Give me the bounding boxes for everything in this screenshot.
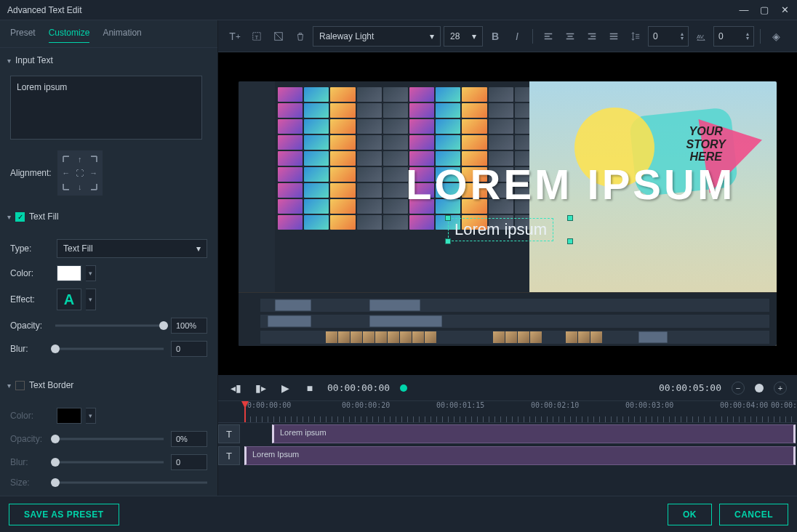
- tab-preset[interactable]: Preset: [10, 28, 36, 43]
- tab-animation[interactable]: Animation: [103, 28, 141, 43]
- section-text-border-label: Text Border: [29, 380, 73, 390]
- selection-handle[interactable]: [567, 238, 573, 244]
- next-frame-button[interactable]: ▮▸: [253, 381, 268, 395]
- window-title: Advanced Text Edit: [7, 5, 739, 15]
- ruler-tick: 00:00:04: [771, 401, 797, 409]
- timeline-track-1: T Lorem ipsum: [218, 423, 797, 445]
- align-top-icon[interactable]: ↑: [74, 153, 86, 165]
- align-right-icon[interactable]: →: [88, 167, 100, 179]
- title-bar: Advanced Text Edit — ▢ ✕: [0, 0, 797, 20]
- align-top-right-icon[interactable]: [88, 153, 100, 165]
- line-height-input[interactable]: 0▴▾: [648, 26, 689, 47]
- right-panel: T+ T Raleway Light ▾ 28 ▾ B I 0▴▾ AV 0▴▾: [218, 20, 797, 496]
- scene-text-2: STORY: [686, 138, 726, 151]
- scene-text-1: YOUR: [686, 125, 726, 138]
- bold-button[interactable]: B: [486, 27, 505, 46]
- align-bottom-icon[interactable]: ↓: [74, 181, 86, 193]
- border-opacity-slider[interactable]: [55, 434, 164, 444]
- align-left-icon[interactable]: ←: [60, 167, 72, 179]
- preview-selected-text[interactable]: Lorem ipsum: [448, 218, 553, 241]
- blur-value[interactable]: 0: [171, 341, 207, 357]
- prev-frame-button[interactable]: ◂▮: [228, 381, 243, 395]
- border-blur-value[interactable]: 0: [171, 454, 207, 470]
- selection-handle[interactable]: [445, 215, 451, 221]
- font-size-select[interactable]: 28 ▾: [444, 26, 483, 47]
- border-blur-label: Blur:: [10, 457, 48, 467]
- track-head-text[interactable]: T: [218, 446, 240, 465]
- maximize-button[interactable]: ▢: [759, 5, 769, 15]
- section-input-text-header[interactable]: ▾ Input Text: [0, 48, 217, 73]
- add-text-icon[interactable]: T+: [225, 27, 244, 46]
- section-text-fill-label: Text Fill: [29, 211, 59, 222]
- timeline: 0:00:00:00 00:00:00:20 00:00:01:15 00:00…: [218, 401, 797, 496]
- align-justify-button[interactable]: [604, 27, 623, 46]
- text-border-checkbox[interactable]: [15, 381, 25, 390]
- ruler-tick: 0:00:00:00: [247, 401, 291, 409]
- timeline-ruler[interactable]: 0:00:00:00 00:00:00:20 00:00:01:15 00:00…: [218, 401, 797, 423]
- chevron-down-icon: ▾: [430, 31, 434, 41]
- stop-button[interactable]: ■: [303, 381, 317, 395]
- video-preview[interactable]: YOUR STORY HERE LOREM IPSUM Lorem ipsum: [239, 81, 777, 346]
- selection-handle[interactable]: [445, 238, 451, 244]
- preview-area: YOUR STORY HERE LOREM IPSUM Lorem ipsum: [218, 52, 797, 375]
- effect-dropdown[interactable]: ▾: [86, 289, 96, 310]
- play-button[interactable]: ▶: [278, 381, 292, 395]
- effect-label: Effect:: [10, 294, 52, 305]
- border-opacity-label: Opacity:: [10, 434, 48, 444]
- border-color-label: Color:: [10, 411, 52, 421]
- track-head-text[interactable]: T: [218, 424, 240, 443]
- select-text-icon[interactable]: T: [247, 27, 266, 46]
- align-right-button[interactable]: [582, 27, 601, 46]
- timeline-clip[interactable]: Lorem ipsum: [272, 424, 796, 443]
- input-text-area[interactable]: [10, 76, 202, 140]
- align-center-button[interactable]: [561, 27, 580, 46]
- border-size-slider[interactable]: [55, 477, 207, 488]
- opacity-slider[interactable]: [55, 321, 164, 331]
- letter-spacing-icon: AV: [692, 27, 710, 46]
- section-text-border-header[interactable]: ▾ Text Border: [0, 373, 217, 398]
- align-center-icon[interactable]: ⛶: [74, 167, 86, 179]
- effect-swatch[interactable]: A: [57, 289, 81, 310]
- align-bottom-right-icon[interactable]: [88, 181, 100, 193]
- fill-color-swatch[interactable]: [57, 265, 81, 281]
- type-select[interactable]: Text Fill ▾: [57, 239, 207, 258]
- preview-title-text[interactable]: LOREM IPSUM: [406, 160, 735, 209]
- playhead[interactable]: [244, 401, 246, 423]
- line-height-icon: [626, 27, 645, 46]
- italic-button[interactable]: I: [508, 27, 526, 46]
- section-text-fill-header[interactable]: ▾ ✓ Text Fill: [0, 204, 217, 229]
- opacity-value[interactable]: 100%: [171, 318, 207, 334]
- tab-customize[interactable]: Customize: [49, 28, 90, 43]
- font-select[interactable]: Raleway Light ▾: [313, 26, 441, 47]
- frame-text-icon[interactable]: [269, 27, 288, 46]
- close-button[interactable]: ✕: [780, 5, 790, 15]
- blur-slider[interactable]: [55, 344, 164, 354]
- timeline-clip[interactable]: Lorem Ipsum: [244, 446, 796, 465]
- anchor-icon[interactable]: ◈: [766, 27, 785, 46]
- border-opacity-value[interactable]: 0%: [171, 431, 207, 447]
- type-label: Type:: [10, 243, 52, 254]
- border-blur-slider[interactable]: [55, 457, 164, 467]
- letter-spacing-input[interactable]: 0▴▾: [713, 26, 754, 47]
- ok-button[interactable]: OK: [668, 504, 712, 525]
- current-timecode: 00:00:00:00: [327, 382, 390, 393]
- align-top-left-icon[interactable]: [60, 153, 72, 165]
- selection-handle[interactable]: [567, 215, 573, 221]
- chevron-down-icon: ▾: [7, 213, 11, 221]
- text-fill-checkbox[interactable]: ✓: [15, 212, 25, 222]
- cancel-button[interactable]: CANCEL: [719, 504, 788, 525]
- zoom-in-button[interactable]: +: [774, 382, 787, 395]
- save-as-preset-button[interactable]: SAVE AS PRESET: [9, 504, 119, 525]
- delete-icon[interactable]: [291, 27, 310, 46]
- align-bottom-left-icon[interactable]: [60, 181, 72, 193]
- chevron-down-icon: ▾: [7, 57, 11, 65]
- align-left-button[interactable]: [539, 27, 558, 46]
- border-color-dropdown[interactable]: ▾: [86, 408, 96, 424]
- zoom-out-button[interactable]: −: [732, 382, 745, 395]
- chevron-down-icon: ▾: [472, 31, 476, 41]
- zoom-slider-thumb[interactable]: [755, 384, 764, 392]
- fill-color-dropdown[interactable]: ▾: [86, 265, 96, 281]
- opacity-label: Opacity:: [10, 321, 48, 331]
- minimize-button[interactable]: —: [739, 5, 749, 15]
- border-color-swatch[interactable]: [57, 408, 81, 424]
